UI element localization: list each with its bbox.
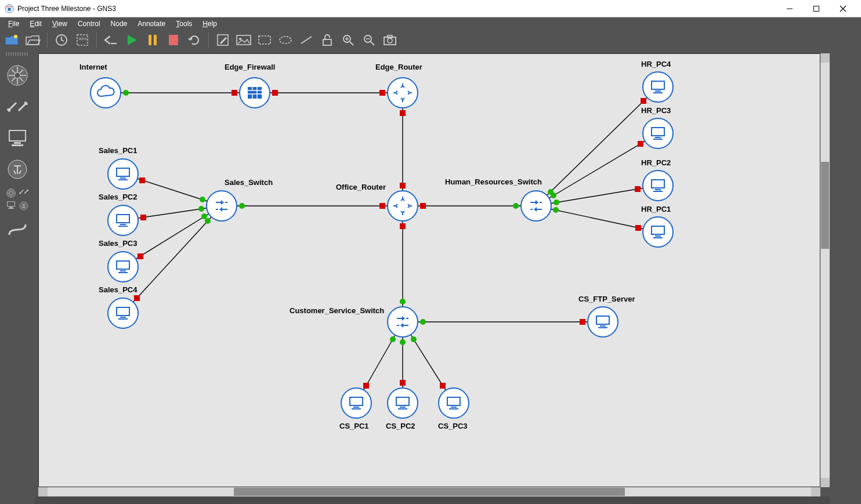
node-Edge_Firewall[interactable] xyxy=(239,77,270,108)
minimize-button[interactable] xyxy=(776,0,803,17)
menu-item-view[interactable]: View xyxy=(48,19,72,29)
node-label-Office_Router[interactable]: Office_Router xyxy=(336,183,386,191)
node-Sales_PC2[interactable] xyxy=(107,205,139,236)
toolbar-divider xyxy=(96,32,97,48)
node-HR_PC2[interactable] xyxy=(642,170,674,201)
svg-rect-72 xyxy=(598,327,607,328)
node-label-Human_Resources_Switch[interactable]: Human_Resources_Switch xyxy=(445,177,542,186)
toolbar-line-button[interactable] xyxy=(298,31,315,49)
close-button[interactable] xyxy=(830,0,856,17)
node-HR_PC1[interactable] xyxy=(642,216,674,248)
node-Human_Resources_Switch[interactable] xyxy=(520,190,552,222)
menu-item-edit[interactable]: Edit xyxy=(25,19,46,29)
node-CS_FTP_Server[interactable] xyxy=(587,306,618,338)
node-label-Internet[interactable]: Internet xyxy=(79,63,107,71)
node-Internet[interactable] xyxy=(90,77,121,108)
node-label-CS_FTP_Server[interactable]: CS_FTP_Server xyxy=(578,295,635,303)
scroll-right-icon[interactable] xyxy=(811,487,820,496)
vertical-scroll-thumb[interactable] xyxy=(821,162,829,249)
node-label-HR_PC1[interactable]: HR_PC1 xyxy=(641,205,671,213)
node-HR_PC3[interactable] xyxy=(642,118,674,149)
toolbar-image-button[interactable] xyxy=(235,31,252,49)
side-panel-sliver[interactable] xyxy=(830,50,861,504)
node-label-Customer_Service_Switch[interactable]: Customer_Service_Switch xyxy=(290,306,384,315)
palette-router-button[interactable] xyxy=(5,63,30,88)
node-label-CS_PC1[interactable]: CS_PC1 xyxy=(339,422,369,430)
menu-item-help[interactable]: Help xyxy=(198,19,222,29)
node-CS_PC3[interactable] xyxy=(438,387,469,419)
toolbar-reload-button[interactable] xyxy=(186,31,203,49)
port-green-icon xyxy=(239,203,245,209)
svg-rect-3 xyxy=(814,6,819,11)
menu-item-file[interactable]: File xyxy=(3,19,24,29)
node-CS_PC1[interactable] xyxy=(341,387,372,419)
menu-item-control[interactable]: Control xyxy=(73,19,105,29)
window-title: Project Three Milestone - GNS3 xyxy=(17,5,776,13)
toolbar-open-project-button[interactable] xyxy=(24,31,42,49)
toolbar-new-project-button[interactable] xyxy=(3,31,21,49)
svg-rect-70 xyxy=(596,316,609,324)
svg-text:a: a xyxy=(79,37,81,41)
menu-item-tools[interactable]: Tools xyxy=(171,19,197,29)
horizontal-scrollbar[interactable] xyxy=(38,487,820,496)
palette-cable-button[interactable] xyxy=(5,217,30,242)
node-Sales_PC4[interactable] xyxy=(107,298,139,329)
node-label-CS_PC2[interactable]: CS_PC2 xyxy=(386,422,415,430)
toolbar-zoom-out-button[interactable] xyxy=(360,31,378,49)
toolbar-edit-note-button[interactable] xyxy=(214,31,231,49)
toolbar-play-button[interactable] xyxy=(123,31,140,49)
palette-switch-button[interactable] xyxy=(5,94,30,119)
node-label-HR_PC3[interactable]: HR_PC3 xyxy=(641,106,671,115)
toolbar-stop-button[interactable] xyxy=(165,31,182,49)
node-label-Edge_Router[interactable]: Edge_Router xyxy=(375,63,422,71)
topology-canvas[interactable]: InternetEdge_FirewallEdge_RouterSales_PC… xyxy=(38,53,820,487)
palette-all-devices[interactable] xyxy=(4,188,31,211)
node-label-CS_PC3[interactable]: CS_PC3 xyxy=(438,422,468,430)
toolbar-text-tool-button[interactable]: abc xyxy=(74,31,91,49)
node-label-Sales_PC4[interactable]: Sales_PC4 xyxy=(99,285,138,294)
toolbar-zoom-in-button[interactable] xyxy=(339,31,357,49)
node-label-Sales_PC3[interactable]: Sales_PC3 xyxy=(99,239,138,248)
vertical-scrollbar[interactable] xyxy=(820,53,830,487)
toolbar-rect-button[interactable] xyxy=(256,31,273,49)
node-pc-icon xyxy=(107,298,139,329)
node-Office_Router[interactable] xyxy=(387,190,418,222)
port-green-icon xyxy=(554,200,559,205)
node-Sales_PC3[interactable] xyxy=(107,251,139,282)
toolbar-console-button[interactable] xyxy=(102,31,120,49)
node-label-Sales_Switch[interactable]: Sales_Switch xyxy=(225,178,273,187)
node-router-icon xyxy=(387,77,418,108)
scroll-left-icon[interactable] xyxy=(38,487,48,496)
svg-rect-45 xyxy=(248,87,262,99)
node-Edge_Router[interactable] xyxy=(387,77,418,108)
scroll-down-icon[interactable] xyxy=(820,478,830,487)
node-label-HR_PC4[interactable]: HR_PC4 xyxy=(641,60,671,68)
toolbar-screenshot-button[interactable] xyxy=(381,31,399,49)
svg-rect-17 xyxy=(237,35,251,45)
menu-item-annotate[interactable]: Annotate xyxy=(133,19,170,29)
node-Customer_Service_Switch[interactable] xyxy=(387,306,418,338)
node-pc-icon xyxy=(642,118,674,149)
node-label-Sales_PC2[interactable]: Sales_PC2 xyxy=(99,193,138,201)
node-pc-icon xyxy=(107,205,139,236)
node-CS_PC2[interactable] xyxy=(387,387,418,419)
toolbar-lock-button[interactable] xyxy=(319,31,336,49)
scroll-up-icon[interactable] xyxy=(820,53,830,63)
svg-rect-14 xyxy=(154,35,157,45)
palette-grip[interactable] xyxy=(6,52,29,56)
node-label-HR_PC2[interactable]: HR_PC2 xyxy=(641,158,671,167)
palette-security-button[interactable] xyxy=(5,157,30,182)
toolbar-recent-button[interactable] xyxy=(53,31,70,49)
node-Sales_Switch[interactable] xyxy=(206,190,237,222)
node-HR_PC4[interactable] xyxy=(642,71,674,103)
toolbar-pause-button[interactable] xyxy=(144,31,161,49)
toolbar-ellipse-button[interactable] xyxy=(277,31,294,49)
node-label-Sales_PC1[interactable]: Sales_PC1 xyxy=(99,146,138,155)
svg-rect-43 xyxy=(9,208,14,209)
palette-computer-button[interactable] xyxy=(5,125,30,151)
horizontal-scroll-thumb[interactable] xyxy=(234,488,625,496)
maximize-button[interactable] xyxy=(803,0,830,17)
menu-item-node[interactable]: Node xyxy=(106,19,132,29)
node-label-Edge_Firewall[interactable]: Edge_Firewall xyxy=(225,63,275,71)
node-Sales_PC1[interactable] xyxy=(107,158,139,190)
